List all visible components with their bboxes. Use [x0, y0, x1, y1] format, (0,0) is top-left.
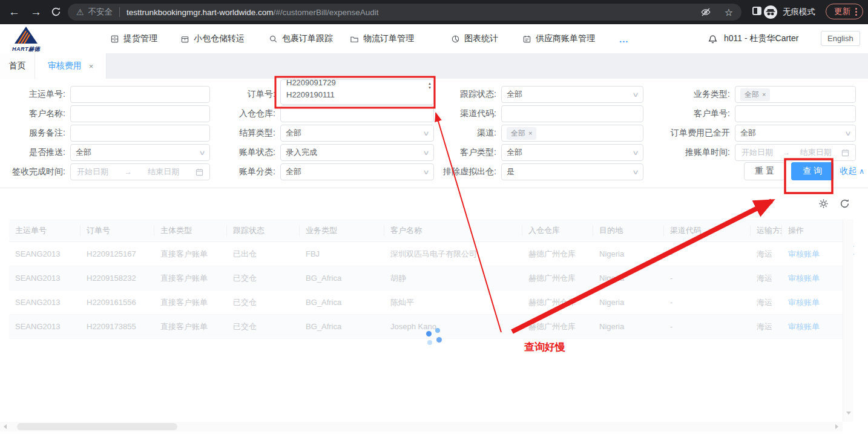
horizontal-scrollbar-thumb[interactable]: [17, 423, 177, 430]
current-user-label[interactable]: h011 - 杜贵华Carter: [724, 24, 798, 53]
vertical-scrollbar[interactable]: [843, 219, 853, 422]
tag-close-icon[interactable]: ×: [762, 91, 766, 98]
cell: Nigeria: [593, 322, 664, 331]
exclude-virtual-outbound-value: 是: [507, 166, 515, 177]
update-label: 更新: [834, 6, 850, 17]
cell: -: [664, 249, 751, 258]
bill-category-field[interactable]: 全部∨: [280, 163, 434, 180]
browser-back-icon[interactable]: ←: [8, 5, 20, 19]
exclude-virtual-outbound-field[interactable]: 是∨: [501, 163, 643, 180]
results-table: 主运单号订单号主体类型跟踪状态业务类型客户名称入仓仓库目的地渠道代码运输方式操作…: [9, 219, 843, 339]
bill-status-label: 账单状态:: [223, 147, 275, 158]
nav-item-parcel-storage-transfer[interactable]: 小包仓储转运: [180, 24, 245, 53]
bill-status-field[interactable]: 录入完成∨: [280, 144, 434, 161]
browser-reload-icon[interactable]: [51, 7, 61, 17]
tab-close-icon[interactable]: ×: [89, 62, 94, 71]
section-divider: [0, 188, 868, 188]
order-no-value: H2209091729 H2209190111: [281, 79, 341, 101]
business-type-field[interactable]: 全部×: [735, 86, 856, 103]
column-header: 跟踪状态: [227, 225, 300, 236]
settlement-type-value: 全部: [286, 128, 301, 139]
service-remark-field[interactable]: [70, 125, 210, 142]
cell: H2209173855: [81, 322, 154, 331]
tag-close-icon[interactable]: ×: [528, 130, 532, 137]
table-row: SEANG2013H2209158232直接客户账单已交仓BG_Africa胡静…: [9, 266, 843, 290]
horizontal-scrollbar[interactable]: [0, 422, 843, 432]
browser-update-button[interactable]: 更新: [826, 4, 863, 19]
refresh-icon[interactable]: [840, 199, 850, 209]
channel-label: 渠道:: [427, 128, 496, 139]
tab-home[interactable]: 首页: [0, 53, 35, 79]
url-bar[interactable]: ⚠ 不安全 testtrunkbookingmgr.hart-worldwide…: [68, 4, 741, 21]
start-date-placeholder: 开始日期: [77, 166, 108, 177]
scroll-left-icon[interactable]: [4, 424, 7, 429]
calendar-icon: [841, 149, 849, 157]
bill-status-value: 录入完成: [286, 147, 317, 158]
customer-order-no-field[interactable]: [735, 105, 856, 122]
browser-forward-icon[interactable]: →: [30, 5, 42, 19]
cell: 已交仓: [227, 321, 300, 332]
hart-logo[interactable]: HART赫德: [8, 26, 44, 53]
nav-item-parcel-order-tracking[interactable]: 包裹订单跟踪: [269, 24, 333, 53]
cell: -: [664, 322, 751, 331]
channel-field[interactable]: 全部×: [501, 125, 643, 142]
push-status-field[interactable]: 全部∨: [70, 144, 210, 161]
audit-bill-link[interactable]: 审核账单: [788, 322, 820, 331]
column-settings-gear-icon[interactable]: [818, 199, 829, 209]
master-waybill-no-field[interactable]: [70, 86, 210, 103]
tracking-status-field[interactable]: 全部∨: [501, 86, 643, 103]
page-tabbar: 首页 审核费用 ×: [0, 53, 868, 79]
search-button[interactable]: 查 询: [791, 162, 833, 180]
cell: 直接客户账单: [154, 321, 227, 332]
sign-complete-time-field[interactable]: 开始日期→结束日期: [70, 163, 210, 180]
audit-bill-link[interactable]: 审核账单: [788, 298, 820, 307]
column-header: 渠道代码: [664, 225, 751, 236]
tag-label: 全部: [511, 128, 525, 139]
nav-item-logistics-order-mgmt[interactable]: 物流订单管理: [350, 24, 414, 53]
scroll-right-icon[interactable]: [835, 424, 838, 429]
order-no-field[interactable]: H2209091729 H2209190111▲▼: [280, 79, 434, 105]
cell: SEANG2013: [9, 298, 81, 307]
table-row: SEANG2013H2209173855直接客户账单已交仓BG_AfricaJo…: [9, 315, 843, 339]
audit-bill-link[interactable]: 审核账单: [788, 274, 820, 283]
bill-category-value: 全部: [286, 166, 301, 177]
notification-bell-icon[interactable]: [707, 33, 718, 44]
nav-item-supplier-bill-mgmt[interactable]: 供应商账单管理: [522, 24, 595, 53]
spin-up-icon[interactable]: ▲: [428, 82, 432, 85]
cell: -: [664, 298, 751, 307]
column-header: 主体类型: [154, 225, 227, 236]
cell: 赫德广州仓库: [522, 321, 593, 332]
cell: 海运: [751, 249, 782, 260]
column-header: 主运单号: [9, 225, 81, 236]
cell: 已交仓: [227, 297, 300, 308]
push-bill-time-field[interactable]: 开始日期→结束日期: [735, 144, 856, 161]
table-toolbar: [818, 199, 850, 209]
nav-item-pickup-mgmt[interactable]: 提货管理: [110, 24, 157, 53]
customer-type-field[interactable]: 全部∨: [501, 144, 643, 161]
nav-item-chart-statistics[interactable]: 图表统计: [451, 24, 498, 53]
audit-bill-link[interactable]: 审核账单: [788, 249, 820, 258]
tab-expense-audit[interactable]: 审核费用 ×: [35, 53, 107, 79]
nav-more-button[interactable]: ...: [619, 24, 629, 53]
filter-column-1: 主运单号:客户名称:服务备注:是否推送:全部∨签收完成时间:开始日期→结束日期: [9, 86, 210, 183]
collapse-filters-link[interactable]: 收起 ∧: [840, 166, 864, 177]
calendar-icon: [196, 168, 203, 176]
language-toggle-button[interactable]: English: [821, 31, 860, 46]
start-date-placeholder: 开始日期: [741, 147, 773, 158]
cell: H2209125167: [81, 249, 154, 258]
browser-menu-icon[interactable]: [855, 8, 857, 16]
tab-label: 审核费用: [48, 61, 82, 71]
inbound-warehouse-field[interactable]: [280, 105, 434, 122]
customer-name-field[interactable]: [70, 105, 210, 122]
reset-button[interactable]: 重 置: [744, 162, 785, 180]
order-no-label: 订单号:: [223, 89, 275, 100]
bookmark-star-icon[interactable]: ☆: [725, 7, 733, 18]
order-fee-fully-opened-field[interactable]: 全部∨: [735, 125, 856, 142]
eye-off-icon[interactable]: [700, 7, 711, 18]
split-screen-icon[interactable]: [752, 7, 761, 15]
filter-actions: 重 置 查 询 收起 ∧: [663, 162, 864, 180]
nav-item-label: 提货管理: [123, 33, 157, 44]
scroll-down-icon[interactable]: [846, 412, 851, 415]
settlement-type-field[interactable]: 全部∨: [280, 125, 434, 142]
channel-code-field[interactable]: [501, 105, 643, 122]
